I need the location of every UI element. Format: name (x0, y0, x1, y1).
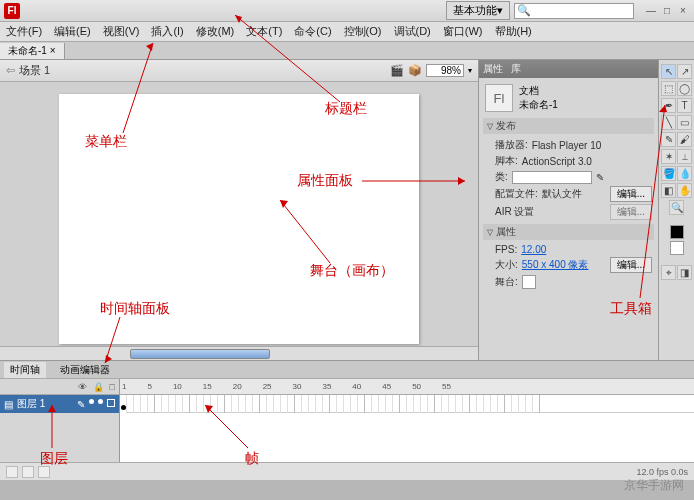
size-value[interactable]: 550 x 400 像素 (522, 258, 589, 272)
menu-insert[interactable]: 插入(I) (151, 24, 183, 39)
tab-library[interactable]: 库 (511, 62, 521, 76)
stroke-color-swatch[interactable] (670, 225, 684, 239)
section-publish[interactable]: 发布 (483, 118, 654, 134)
frames-area[interactable]: 1510152025303540455055 (120, 379, 694, 462)
menu-file[interactable]: 文件(F) (6, 24, 42, 39)
document-tab-row: 未命名-1 × (0, 42, 694, 60)
layer-name[interactable]: 图层 1 (17, 397, 45, 411)
bone-tool-icon[interactable]: ⟂ (677, 149, 692, 164)
canvas[interactable] (59, 94, 419, 344)
pencil-tool-icon[interactable]: ✎ (661, 132, 676, 147)
options-icon[interactable]: ◨ (677, 265, 692, 280)
fps-value[interactable]: 12.00 (521, 244, 546, 255)
document-icon: Fl (485, 84, 513, 112)
timeline-status-bar: 12.0 fps 0.0s (0, 462, 694, 480)
profile-value: 默认文件 (542, 187, 582, 201)
search-icon: 🔍 (517, 4, 531, 17)
menu-commands[interactable]: 命令(C) (294, 24, 331, 39)
menu-bar: 文件(F) 编辑(E) 视图(V) 插入(I) 修改(M) 文本(T) 命令(C… (0, 22, 694, 42)
zoom-dropdown-icon[interactable]: ▾ (468, 66, 472, 75)
deco-tool-icon[interactable]: ✶ (661, 149, 676, 164)
outline-header-icon[interactable]: □ (110, 382, 115, 392)
player-label: 播放器: (495, 138, 528, 152)
edit-symbol-icon[interactable]: 📦 (408, 64, 422, 77)
brush-tool-icon[interactable]: 🖌 (677, 132, 692, 147)
menu-view[interactable]: 视图(V) (103, 24, 140, 39)
fill-color-swatch[interactable] (670, 241, 684, 255)
new-folder-icon[interactable] (22, 466, 34, 478)
stage-area[interactable] (0, 82, 478, 346)
pencil-icon[interactable]: ✎ (596, 172, 604, 183)
hand-tool-icon[interactable]: ✋ (677, 183, 692, 198)
frame-track[interactable] (120, 395, 694, 413)
visibility-header-icon[interactable]: 👁 (78, 382, 87, 392)
toolbox: ↖↗ ⬚◯ ✒T ╲▭ ✎🖌 ✶⟂ 🪣💧 ◧✋ 🔍 ⌖◨ (658, 60, 694, 360)
menu-help[interactable]: 帮助(H) (495, 24, 532, 39)
class-input[interactable] (512, 171, 592, 184)
outline-box-icon[interactable] (107, 399, 115, 407)
properties-panel: 属性 库 Fl 文档 未命名-1 发布 播放器:Flash Player 10 … (478, 60, 658, 360)
delete-layer-icon[interactable] (38, 466, 50, 478)
horizontal-scrollbar[interactable] (0, 346, 478, 360)
menu-text[interactable]: 文本(T) (246, 24, 282, 39)
document-tab-label: 未命名-1 (8, 45, 47, 56)
close-icon[interactable]: × (676, 5, 690, 17)
eyedropper-tool-icon[interactable]: 💧 (677, 166, 692, 181)
app-logo-icon: Fl (4, 3, 20, 19)
selection-tool-icon[interactable]: ↖ (661, 64, 676, 79)
script-value: ActionScript 3.0 (522, 156, 592, 167)
eraser-tool-icon[interactable]: ◧ (661, 183, 676, 198)
timeline-panel: 时间轴 动画编辑器 👁 🔒 □ ▤ 图层 1 ✎ 1510152025303 (0, 360, 694, 480)
zoom-input[interactable] (426, 64, 464, 77)
profile-edit-button[interactable]: 编辑... (610, 186, 652, 202)
section-properties[interactable]: 属性 (483, 224, 654, 240)
menu-control[interactable]: 控制(O) (344, 24, 382, 39)
air-edit-button[interactable]: 编辑... (610, 204, 652, 220)
menu-debug[interactable]: 调试(D) (394, 24, 431, 39)
snap-icon[interactable]: ⌖ (661, 265, 676, 280)
frame-ruler[interactable]: 1510152025303540455055 (120, 379, 694, 395)
lock-header-icon[interactable]: 🔒 (93, 382, 104, 392)
bucket-tool-icon[interactable]: 🪣 (661, 166, 676, 181)
scrollbar-thumb[interactable] (130, 349, 270, 359)
document-tab[interactable]: 未命名-1 × (0, 43, 65, 59)
text-tool-icon[interactable]: T (677, 98, 692, 113)
maximize-icon[interactable]: □ (660, 5, 674, 17)
layer-icon: ▤ (4, 399, 13, 410)
doc-name-label: 未命名-1 (519, 98, 558, 112)
menu-window[interactable]: 窗口(W) (443, 24, 483, 39)
free-transform-tool-icon[interactable]: ⬚ (661, 81, 676, 96)
fps-label: FPS: (495, 244, 517, 255)
pen-tool-icon[interactable]: ✒ (661, 98, 676, 113)
subselect-tool-icon[interactable]: ↗ (677, 64, 692, 79)
lock-dot-icon[interactable] (98, 399, 103, 404)
minimize-icon[interactable]: — (644, 5, 658, 17)
stage-color-label: 舞台: (495, 275, 518, 289)
workspace-mode-label: 基本功能 (453, 3, 497, 18)
profile-label: 配置文件: (495, 187, 538, 201)
menu-modify[interactable]: 修改(M) (196, 24, 235, 39)
zoom-tool-icon[interactable]: 🔍 (669, 200, 684, 215)
rect-tool-icon[interactable]: ▭ (677, 115, 692, 130)
layer-row[interactable]: ▤ 图层 1 ✎ (0, 395, 119, 413)
new-layer-icon[interactable] (6, 466, 18, 478)
back-icon[interactable]: ⇦ (6, 64, 15, 77)
workspace-mode-button[interactable]: 基本功能 ▾ (446, 1, 510, 20)
edit-scene-icon[interactable]: 🎬 (390, 64, 404, 77)
scene-label[interactable]: 场景 1 (19, 63, 50, 78)
size-edit-button[interactable]: 编辑... (610, 257, 652, 273)
tab-properties[interactable]: 属性 (483, 62, 503, 76)
stage-color-swatch[interactable] (522, 275, 536, 289)
tab-timeline[interactable]: 时间轴 (4, 362, 46, 378)
search-input[interactable]: 🔍 (514, 3, 634, 19)
tab-motion-editor[interactable]: 动画编辑器 (54, 362, 116, 378)
lasso-tool-icon[interactable]: ◯ (677, 81, 692, 96)
frame-info: 12.0 fps 0.0s (636, 467, 688, 477)
menu-edit[interactable]: 编辑(E) (54, 24, 91, 39)
layer-column: 👁 🔒 □ ▤ 图层 1 ✎ (0, 379, 120, 462)
player-value: Flash Player 10 (532, 140, 601, 151)
doc-type-label: 文档 (519, 84, 558, 98)
visibility-dot-icon[interactable] (89, 399, 94, 404)
line-tool-icon[interactable]: ╲ (661, 115, 676, 130)
scene-bar: ⇦ 场景 1 🎬 📦 ▾ (0, 60, 478, 82)
